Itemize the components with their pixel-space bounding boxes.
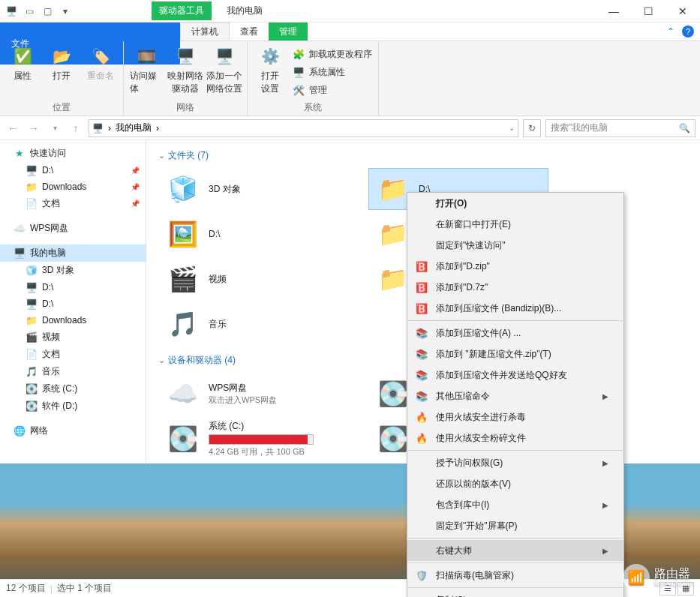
- quick-access-toolbar: 🖥️ ▭ ▢ ▾: [0, 4, 77, 18]
- watermark-text: 路由器: [654, 568, 694, 580]
- ctx-compress-qq[interactable]: 📚添加到压缩文件并发送给QQ好友: [407, 364, 623, 386]
- submenu-arrow-icon: ▶: [602, 501, 608, 509]
- search-icon: 🔍: [679, 123, 690, 134]
- context-menu: 打开(O) 在新窗口中打开(E) 固定到"快速访问" 🅱️添加到"D.zip" …: [407, 192, 624, 597]
- minimize-button[interactable]: —: [596, 0, 631, 22]
- sidebar-quick-access[interactable]: ★快速访问: [0, 145, 146, 162]
- watermark-url: luyouqi.com: [654, 580, 694, 587]
- sidebar-item[interactable]: 📁Downloads📌: [0, 178, 146, 195]
- computer-icon: 🖥️: [92, 123, 104, 134]
- up-button[interactable]: ↑: [68, 120, 84, 136]
- close-button[interactable]: ✕: [665, 0, 700, 22]
- item-count: 12 个项目: [6, 582, 46, 595]
- map-drive-button[interactable]: 🖥️映射网络 驱动器: [169, 44, 202, 95]
- navigation-bar: ← → ▾ ↑ 🖥️ › 我的电脑 › ⌄ ↻ 搜索"我的电脑 🔍: [0, 116, 700, 140]
- app-icon: 🖥️: [5, 4, 18, 18]
- sidebar-item[interactable]: 🖥️D:\: [0, 296, 146, 312]
- group-label: 系统: [254, 100, 372, 114]
- ctx-pin-start[interactable]: 固定到"开始"屏幕(P): [407, 515, 623, 536]
- folder-item[interactable]: 🧊3D 对象: [158, 168, 338, 210]
- recent-dropdown[interactable]: ▾: [47, 120, 63, 136]
- ctx-compress-other[interactable]: 📚其他压缩命令▶: [407, 386, 623, 406]
- group-header-folders[interactable]: 文件夹 (7): [158, 149, 688, 162]
- ctx-add-7z[interactable]: 🅱️添加到"D.7z": [407, 277, 623, 298]
- system-props-button[interactable]: 🖥️系统属性: [293, 64, 372, 80]
- address-dropdown[interactable]: ⌄: [509, 124, 515, 132]
- ctx-pin-quick[interactable]: 固定到"快速访问": [407, 235, 623, 256]
- breadcrumb-sep: ›: [156, 123, 159, 134]
- search-box[interactable]: 搜索"我的电脑 🔍: [545, 119, 695, 137]
- folder-item[interactable]: 🎬视频: [158, 258, 338, 300]
- separator: [408, 538, 623, 538]
- ctx-huorong-scan[interactable]: 🔥使用火绒安全进行杀毒: [407, 406, 623, 428]
- separator: [408, 587, 623, 588]
- breadcrumb[interactable]: 我的电脑: [116, 122, 152, 134]
- drive-item-c[interactable]: 💽系统 (C:)4.24 GB 可用，共 100 GB: [158, 418, 338, 460]
- properties-button[interactable]: ✅属性: [6, 44, 39, 82]
- breadcrumb-sep: ›: [108, 123, 111, 134]
- drive-item-wps[interactable]: ☁️WPS网盘双击进入WPS网盘: [158, 373, 338, 415]
- separator: [408, 450, 623, 451]
- sidebar-item[interactable]: 📄文档: [0, 346, 146, 363]
- contextual-tab-label: 驱动器工具: [152, 2, 212, 20]
- maximize-button[interactable]: ☐: [631, 0, 665, 22]
- folder-item[interactable]: 🎵音乐: [158, 303, 338, 345]
- back-button[interactable]: ←: [5, 120, 21, 136]
- tab-view[interactable]: 查看: [230, 22, 269, 40]
- ctx-open[interactable]: 打开(O): [407, 193, 623, 214]
- sidebar-item[interactable]: 🎬视频: [0, 328, 146, 346]
- window-title: 我的电脑: [227, 4, 263, 17]
- ctx-copy[interactable]: 复制(C): [407, 590, 623, 597]
- address-bar[interactable]: 🖥️ › 我的电脑 › ⌄: [89, 119, 518, 137]
- sidebar-item[interactable]: 🧊3D 对象: [0, 262, 146, 279]
- qat-dropdown[interactable]: ▾: [59, 4, 72, 18]
- ribbon-group-system: ⚙️打开 设置 🧩卸载或更改程序 🖥️系统属性 🛠️管理 系统: [248, 41, 379, 116]
- ctx-bandizip[interactable]: 🅱️添加到压缩文件 (Bandizip)(B)...: [407, 298, 623, 319]
- ctx-scan-virus[interactable]: 🛡️扫描病毒(电脑管家): [407, 565, 623, 586]
- tab-computer[interactable]: 计算机: [180, 22, 230, 40]
- manage-button[interactable]: 🛠️管理: [293, 82, 372, 98]
- ctx-include-library[interactable]: 包含到库中(I)▶: [407, 494, 623, 515]
- add-network-button[interactable]: 🖥️添加一个 网络位置: [208, 44, 241, 95]
- rename-button: 🏷️重命名: [84, 44, 117, 82]
- sidebar-network[interactable]: 🌐网络: [0, 422, 146, 440]
- qat-button[interactable]: ▭: [23, 4, 36, 18]
- submenu-arrow-icon: ▶: [602, 459, 608, 467]
- ribbon-collapse-icon[interactable]: ⌃: [667, 26, 674, 37]
- sidebar-item[interactable]: 💽软件 (D:): [0, 398, 146, 415]
- sidebar-item[interactable]: 🖥️D:\: [0, 279, 146, 296]
- storage-bar: [209, 434, 314, 445]
- selection-count: 选中 1 个项目: [57, 582, 112, 595]
- folder-item[interactable]: 🖼️D:\: [158, 213, 338, 255]
- access-media-button[interactable]: 🎞️访问媒体: [130, 44, 163, 95]
- ctx-grant-access[interactable]: 授予访问权限(G)▶: [407, 452, 623, 473]
- open-settings-button[interactable]: ⚙️打开 设置: [254, 44, 287, 95]
- sidebar-item[interactable]: 💽系统 (C:): [0, 380, 146, 398]
- ctx-compress-new[interactable]: 📚添加到 "新建压缩文件.zip"(T): [407, 344, 623, 364]
- help-icon[interactable]: ?: [682, 26, 694, 38]
- ctx-restore[interactable]: 还原以前的版本(V): [407, 473, 623, 494]
- ribbon: ✅属性 📂打开 🏷️重命名 位置 🎞️访问媒体 🖥️映射网络 驱动器 🖥️添加一…: [0, 41, 700, 116]
- tab-manage[interactable]: 管理: [269, 22, 308, 40]
- titlebar: 🖥️ ▭ ▢ ▾ 驱动器工具 我的电脑 — ☐ ✕: [0, 0, 700, 22]
- forward-button[interactable]: →: [26, 120, 42, 136]
- ctx-huorong-shred[interactable]: 🔥使用火绒安全粉碎文件: [407, 428, 623, 448]
- open-button[interactable]: 📂打开: [45, 44, 78, 82]
- qat-button[interactable]: ▢: [41, 4, 54, 18]
- ctx-add-zip[interactable]: 🅱️添加到"D.zip": [407, 256, 623, 277]
- sidebar-item[interactable]: 🖥️D:\📌: [0, 162, 146, 178]
- uninstall-button[interactable]: 🧩卸载或更改程序: [293, 46, 372, 62]
- sidebar-this-pc[interactable]: 🖥️我的电脑: [0, 244, 146, 262]
- sidebar-item[interactable]: 📄文档📌: [0, 195, 146, 212]
- group-label: 网络: [130, 100, 241, 114]
- ctx-open-new-window[interactable]: 在新窗口中打开(E): [407, 214, 623, 235]
- ribbon-group-network: 🎞️访问媒体 🖥️映射网络 驱动器 🖥️添加一个 网络位置 网络: [124, 41, 248, 116]
- ctx-compress-a[interactable]: 📚添加到压缩文件(A) ...: [407, 322, 623, 344]
- ribbon-group-location: ✅属性 📂打开 🏷️重命名 位置: [0, 41, 124, 116]
- submenu-arrow-icon: ▶: [602, 392, 608, 400]
- sidebar-wps[interactable]: ☁️WPS网盘: [0, 220, 146, 237]
- sidebar-item[interactable]: 🎵音乐: [0, 363, 146, 380]
- ctx-right-click-master[interactable]: 右键大师▶: [407, 540, 623, 561]
- refresh-button[interactable]: ↻: [523, 119, 541, 137]
- sidebar-item[interactable]: 📁Downloads: [0, 312, 146, 328]
